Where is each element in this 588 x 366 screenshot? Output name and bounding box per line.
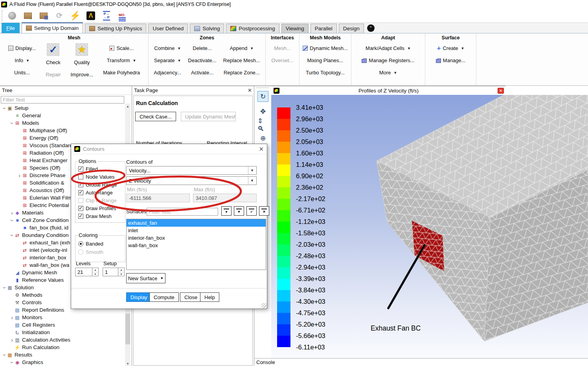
task-page-close-icon[interactable]: ✕ xyxy=(248,87,252,93)
ribbon-item-adjacency[interactable]: Adjacency... xyxy=(152,67,183,79)
ribbon-item-dynamic-mesh[interactable]: Dynamic Mesh... xyxy=(301,42,349,54)
tab-viewing[interactable]: Viewing xyxy=(281,24,309,33)
ribbon-item-manage-registers[interactable]: Manage Registers... xyxy=(360,54,416,67)
checkbox-draw-mesh[interactable]: Draw Mesh xyxy=(78,213,112,219)
ribbon-item-display[interactable]: Display... xyxy=(7,42,38,54)
tree-expander-icon[interactable]: › xyxy=(9,218,15,222)
ribbon-item-units[interactable]: Units... xyxy=(13,67,31,79)
surfaces-select-by-id-button[interactable]: ● xyxy=(221,206,232,216)
ribbon-item-replace-zone[interactable]: Replace Zone... xyxy=(222,67,261,79)
checkbox-global-range[interactable]: Global Range xyxy=(78,182,117,188)
quality-star-icon[interactable]: ★ xyxy=(74,42,90,56)
close-button[interactable]: Close xyxy=(180,292,202,302)
checkbox-icon[interactable] xyxy=(78,206,83,211)
compute-button[interactable]: Compute xyxy=(149,292,179,302)
tree-item-energy-off[interactable]: ⊞Energy (Off) xyxy=(0,134,125,142)
refresh-icon[interactable]: ⟳ xyxy=(54,11,64,21)
ribbon-item-quality[interactable]: Quality xyxy=(72,56,91,68)
tree-item-cell-registers[interactable]: ▤Cell Registers xyxy=(0,321,125,329)
ribbon-item-transform[interactable]: Transform▼ xyxy=(105,54,138,67)
tree-item-models[interactable]: ›⊞Models xyxy=(0,119,125,127)
graphics-viewport[interactable]: Exhaust Fan BC 3.41e+032.96e+032.50e+032… xyxy=(271,95,588,358)
checkbox-node-values[interactable]: Node Values xyxy=(78,174,114,180)
checkbox-icon[interactable] xyxy=(78,214,83,219)
ribbon-item-turbo-topology[interactable]: Turbo Topology... xyxy=(304,67,346,79)
dialog-resize-grip[interactable] xyxy=(261,303,266,308)
monitor-options-icon[interactable]: MO xyxy=(117,11,127,21)
read-case-icon[interactable] xyxy=(23,11,33,21)
scroll-up-icon[interactable]: ▲ xyxy=(125,104,130,109)
tab-parallel[interactable]: Parallel xyxy=(311,24,337,33)
tree-expander-icon[interactable]: › xyxy=(10,210,14,216)
tree-item-initialization[interactable]: t₀Initialization xyxy=(0,329,125,336)
radio-banded[interactable]: Banded xyxy=(78,241,103,247)
checkbox-filled[interactable]: Filled xyxy=(78,166,98,172)
update-dynamic-mesh-button[interactable]: Update Dynamic Mesh... xyxy=(181,112,236,121)
tree-item-monitors[interactable]: ›▤Monitors xyxy=(0,314,125,321)
surface-list-item-exhaust-fan[interactable]: exhaust_fan xyxy=(127,219,266,227)
surface-list-item-interior-fan-box[interactable]: interior-fan_box xyxy=(127,234,266,242)
surfaces-listbox[interactable]: exhaust_faninletinterior-fan_boxwall-fan… xyxy=(126,219,266,270)
ribbon-item-scale[interactable]: Scale... xyxy=(108,42,135,54)
tab-postprocessing[interactable]: Postprocessing xyxy=(226,24,279,33)
surfaces-filter-input[interactable] xyxy=(147,208,218,216)
checkbox-icon[interactable] xyxy=(78,182,83,187)
ribbon-item-make-polyhedra[interactable]: Make Polyhedra xyxy=(101,67,141,79)
tree-expander-icon[interactable]: › xyxy=(17,172,22,179)
zoom-in-icon[interactable]: ⊕ xyxy=(257,133,268,144)
rotate-view-icon[interactable]: ↻ xyxy=(257,91,268,102)
tab-solving[interactable]: Solving xyxy=(190,24,224,33)
scroll-down-icon[interactable]: ▼ xyxy=(125,361,130,366)
setup-stepper[interactable]: 1▲▼ xyxy=(103,268,125,276)
checkbox-draw-profiles[interactable]: Draw Profiles xyxy=(78,205,116,211)
ribbon-item-append[interactable]: Append▼ xyxy=(228,42,255,54)
tab-setting-up-domain[interactable]: Setting Up Domain xyxy=(22,22,83,33)
console-panel-header[interactable]: Console xyxy=(254,358,588,366)
zoom-scale-icon[interactable]: ⇕🔍︎ xyxy=(257,119,268,130)
ribbon-item-combine[interactable]: Combine▼ xyxy=(153,42,182,54)
dialog-titlebar[interactable]: Contours ✕ xyxy=(71,144,267,154)
tree-expander-icon[interactable]: › xyxy=(2,106,8,110)
help-button[interactable]: Help xyxy=(200,292,219,302)
toolbar-grip[interactable] xyxy=(257,87,268,88)
tree-item-setup[interactable]: ›▣Setup xyxy=(0,104,125,112)
tab-setting-up-physics[interactable]: Setting Up Physics xyxy=(85,24,146,33)
tree-item-general[interactable]: ≡General xyxy=(0,112,125,119)
collapse-ribbon-button[interactable]: ⌃ xyxy=(367,24,375,32)
ribbon-item-create[interactable]: +Create▼ xyxy=(435,42,466,54)
scrollbar-thumb[interactable] xyxy=(125,314,130,344)
tree-expander-icon[interactable]: › xyxy=(9,121,15,125)
pan-view-icon[interactable]: ✥ xyxy=(257,106,268,117)
profile-transfer-icon[interactable]: P→←P xyxy=(101,11,112,21)
ribbon-item-deactivate[interactable]: Deactivate... xyxy=(186,54,218,67)
new-surface-button[interactable]: New Surface▼ xyxy=(126,273,165,283)
solve-lightning-icon[interactable]: ⚡ xyxy=(70,11,80,21)
mesh-sphere-icon[interactable] xyxy=(7,11,17,21)
tree-item-graphics[interactable]: ›◉Graphics xyxy=(0,359,125,366)
ribbon-item-mixing-planes[interactable]: Mixing Planes... xyxy=(306,54,345,67)
ribbon-item-mark-adapt-cells[interactable]: Mark/Adapt Cells▼ xyxy=(364,42,412,54)
checkbox-auto-range[interactable]: Auto Range xyxy=(78,190,113,196)
tree-expander-icon[interactable]: › xyxy=(9,360,15,364)
levels-stepper[interactable]: 21▲▼ xyxy=(75,268,99,276)
check-case-button[interactable]: Check Case... xyxy=(135,112,176,121)
tab-file[interactable]: File xyxy=(2,23,20,33)
tree-expander-icon[interactable]: › xyxy=(10,314,14,321)
ribbon-item-check[interactable]: Check xyxy=(44,56,62,68)
tree-expander-icon[interactable]: › xyxy=(10,337,14,343)
ribbon-item-repair[interactable]: Repair xyxy=(44,68,62,81)
ribbon-item-mesh[interactable]: Mesh... xyxy=(272,42,292,54)
tree-expander-icon[interactable]: › xyxy=(2,285,8,290)
checkbox-icon[interactable] xyxy=(78,166,83,172)
display-button[interactable]: Display xyxy=(126,292,152,302)
surfaces-deselect-all-button[interactable]: ✕ xyxy=(259,206,269,216)
surface-list-item-inlet[interactable]: inlet xyxy=(127,227,266,234)
ansys-logo-icon[interactable]: Λ xyxy=(86,11,96,21)
tab-design[interactable]: Design xyxy=(339,24,364,33)
ribbon-item-improve[interactable]: Improve... xyxy=(69,68,95,81)
graphics-window-tab[interactable]: Profiles of Z Velocity (ft/s) ✕ xyxy=(271,86,512,95)
tree-item-results[interactable]: ›▦Results xyxy=(0,351,125,359)
dialog-close-icon[interactable]: ✕ xyxy=(259,146,264,153)
surfaces-group-by-button[interactable]: ▼ xyxy=(234,206,244,216)
tree-item-run-calculation[interactable]: ⚡Run Calculation xyxy=(0,344,125,351)
